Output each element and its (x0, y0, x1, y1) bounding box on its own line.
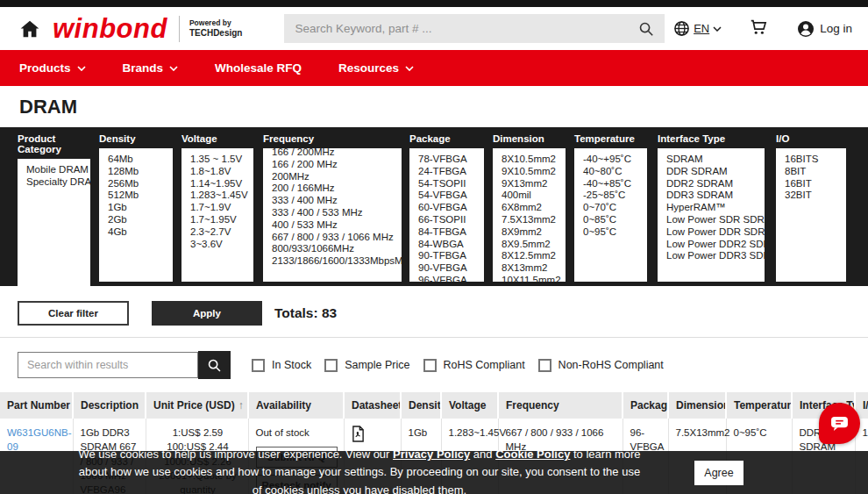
filter-listbox[interactable]: 166 / 200MHz166 / 200 MHz200MHz200 / 166… (263, 148, 402, 282)
filter-option[interactable]: 1.7~1.9V (190, 202, 252, 214)
nav-products[interactable]: Products (19, 61, 86, 75)
filter-option[interactable]: 2.3~2.7V (190, 226, 252, 239)
result-filter-checkbox[interactable]: Non-RoHS Compliant (538, 359, 664, 372)
nav-brands[interactable]: Brands (123, 61, 179, 75)
filter-option[interactable]: 32BIT (785, 190, 844, 202)
filter-option[interactable]: 16BITS (785, 154, 844, 166)
filter-option[interactable]: 64Mb (108, 154, 171, 166)
filter-option[interactable]: 1.14~1.95V (190, 178, 252, 190)
language-selector[interactable]: EN (673, 20, 722, 37)
filter-option[interactable]: 66-TSOPII (418, 214, 482, 226)
filter-option[interactable]: 96-VFBGA (418, 275, 482, 282)
filter-option[interactable]: 200 / 166MHz (272, 183, 400, 195)
filter-option[interactable]: 54-TSOPII (418, 178, 482, 190)
filter-listbox[interactable]: 1.35 ~ 1.5V1.8~1.8V1.14~1.95V1.283~1.45V… (181, 148, 253, 282)
search-within-results-button[interactable] (198, 351, 231, 379)
filter-option[interactable]: Specialty DRAM (26, 176, 89, 189)
filter-listbox[interactable]: 64Mb128Mb256Mb512Mb1Gb2Gb4Gb (99, 148, 173, 282)
filter-option[interactable]: 1.283~1.45V (190, 190, 252, 202)
filter-option[interactable]: Low Power DDR SDRAM (666, 226, 763, 239)
filter-option[interactable]: 333 / 400 MHz (272, 195, 400, 207)
filter-option[interactable]: 4Gb (108, 226, 171, 239)
filter-option[interactable]: 0~95˚C (583, 226, 645, 239)
filter-listbox[interactable]: 8X10.5mm29X10.5mm29X13mm2400mil6X8mm27.5… (493, 148, 566, 282)
col-header-unit-price[interactable]: Unit Price (USD)↑ (146, 392, 248, 419)
filter-option[interactable]: -40~+95˚C (583, 154, 645, 166)
filter-option[interactable]: 2Gb (108, 214, 171, 226)
filter-option[interactable]: DDR SDRAM (666, 166, 763, 178)
filter-option[interactable]: 1.7~1.95V (190, 214, 252, 226)
checkbox-icon[interactable] (538, 359, 551, 372)
checkbox-icon[interactable] (423, 359, 437, 372)
col-header-availability[interactable]: Availability (248, 392, 344, 419)
filter-listbox[interactable]: -40~+95˚C40~80˚C-40~+85˚C-25~85˚C0~70˚C0… (574, 148, 647, 282)
col-header-frequency[interactable]: Frequency (498, 392, 623, 419)
filter-listbox[interactable]: SDRAMDDR SDRAMDDR2 SDRAMDDR3 SDRAMHyperR… (658, 148, 765, 282)
filter-option[interactable]: 40~80˚C (583, 166, 645, 178)
filter-listbox[interactable]: 16BITS8BIT16BIT32BIT (776, 148, 846, 282)
filter-option[interactable]: 400mil (502, 190, 564, 202)
filter-option[interactable]: Low Power DDR3 SDRAM (666, 250, 763, 262)
filter-option[interactable]: -25~85˚C (583, 190, 645, 202)
col-header-part-number[interactable]: Part Number (0, 392, 73, 419)
filter-option[interactable]: 8X10.5mm2 (502, 154, 564, 166)
filter-option[interactable]: 84-TFBGA (418, 226, 482, 239)
filter-option[interactable]: 333 / 400 / 533 MHz (272, 207, 400, 219)
filter-option[interactable]: 166 / 200MHz (272, 148, 400, 159)
nav-resources[interactable]: Resources (338, 61, 414, 75)
result-filter-checkbox[interactable]: In Stock (252, 359, 311, 372)
filter-option[interactable]: 128Mb (108, 166, 171, 178)
winbond-logo[interactable]: winbond (53, 15, 167, 42)
filter-option[interactable]: 200MHz (272, 171, 400, 183)
filter-option[interactable]: 1Gb (108, 202, 171, 214)
col-header-dimension[interactable]: Dimension (668, 392, 726, 419)
filter-option[interactable]: DDR2 SDRAM (666, 178, 763, 190)
agree-button[interactable]: Agree (694, 461, 743, 485)
login-button[interactable]: Log in (797, 20, 852, 38)
filter-option[interactable]: Low Power SDR SDRAM (666, 214, 763, 226)
filter-option[interactable]: 3~3.6V (190, 239, 252, 251)
filter-option[interactable]: Mobile DRAM (26, 164, 89, 176)
pdf-datasheet-icon[interactable] (352, 426, 365, 446)
filter-option[interactable]: 8X12.5mm2 (502, 250, 564, 262)
home-icon[interactable] (19, 18, 40, 39)
filter-option[interactable]: 78-VFBGA (418, 154, 482, 166)
filter-option[interactable]: 84-WBGA (418, 239, 482, 251)
filter-option[interactable]: DDR3 SDRAM (666, 190, 763, 202)
filter-option[interactable]: 8X13mm2 (502, 262, 564, 275)
filter-option[interactable]: HyperRAM™ (666, 202, 763, 214)
cookie-policy-link[interactable]: Cookie Policy (495, 447, 570, 461)
filter-option[interactable]: 7.5X13mm2 (502, 214, 564, 226)
checkbox-icon[interactable] (252, 359, 265, 372)
clear-filter-button[interactable]: Clear filter (18, 301, 129, 326)
search-icon[interactable] (638, 21, 654, 37)
filter-option[interactable]: SDRAM (666, 154, 763, 166)
filter-option[interactable]: 90-VFBGA (418, 262, 482, 275)
filter-option[interactable]: 9X13mm2 (502, 178, 564, 190)
language-label[interactable]: EN (694, 22, 709, 35)
result-filter-checkbox[interactable]: Sample Price (324, 359, 409, 372)
filter-option[interactable]: 8X9mm2 (502, 226, 564, 239)
col-header-package[interactable]: Package (623, 392, 668, 419)
checkbox-icon[interactable] (324, 359, 338, 372)
col-header-datasheet[interactable]: Datasheet (344, 392, 401, 419)
filter-option[interactable]: 0~85˚C (583, 214, 645, 226)
filter-option[interactable]: Low Power DDR2 SDRAM (666, 239, 763, 251)
filter-option[interactable]: 9X10.5mm2 (502, 166, 564, 178)
filter-option[interactable]: 54-VFBGA (418, 190, 482, 202)
filter-option[interactable]: 10X11.5mm2 (502, 275, 564, 282)
col-header-voltage[interactable]: Voltage (441, 392, 498, 419)
filter-option[interactable]: 1.35 ~ 1.5V (190, 154, 252, 166)
filter-option[interactable]: 166 / 200 MHz (272, 159, 400, 171)
filter-option[interactable]: 16BIT (785, 178, 844, 190)
filter-option[interactable]: 800/933/1066MHz (272, 243, 400, 255)
col-header-temperature[interactable]: Temperature (726, 392, 792, 419)
filter-listbox[interactable]: Mobile DRAMSpecialty DRAM (18, 159, 90, 286)
global-search-bar[interactable] (284, 14, 665, 43)
col-header-density[interactable]: Density (401, 392, 441, 419)
filter-option[interactable]: -40~+85˚C (583, 178, 645, 190)
live-chat-button[interactable] (819, 403, 860, 444)
cart-button[interactable] (749, 18, 768, 40)
global-search-input[interactable] (295, 22, 638, 35)
filter-option[interactable]: 6X8mm2 (502, 202, 564, 214)
